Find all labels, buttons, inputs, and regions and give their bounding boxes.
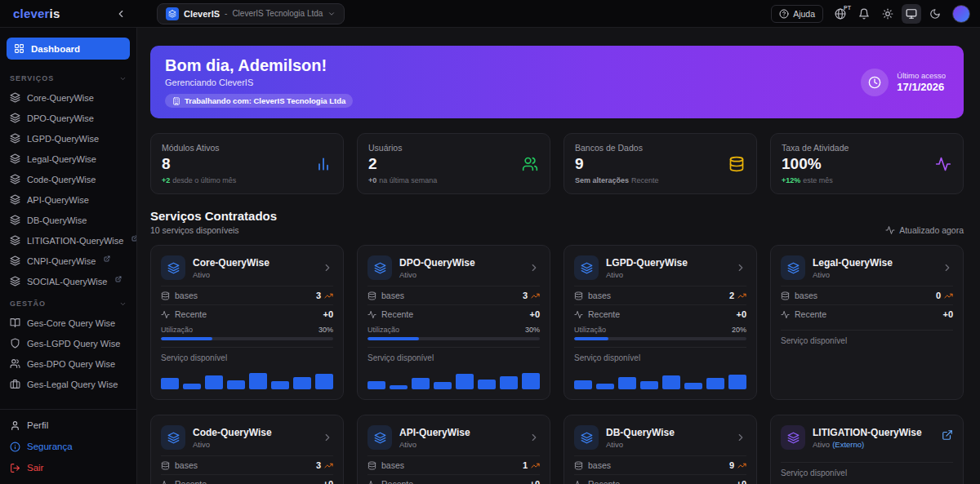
activity-icon (161, 310, 170, 319)
monitor-icon (906, 8, 917, 20)
service-card-api-querywise[interactable]: API-QueryWiseAtivobases1Recente+0Utiliza… (357, 415, 550, 484)
metric-row-recente: Recente+0 (368, 304, 540, 323)
service-name: LGPD-QueryWise (606, 257, 728, 269)
chevron-right-icon[interactable] (528, 432, 540, 443)
sidebar-item-api-querywise[interactable]: API-QueryWise (0, 189, 136, 210)
service-card-dpo-querywise[interactable]: DPO-QueryWiseAtivobases3Recente+0Utiliza… (357, 245, 550, 400)
light-theme-button[interactable] (878, 4, 898, 24)
sidebar-services-list: Core-QueryWiseDPO-QueryWiseLGPD-QueryWis… (0, 87, 136, 291)
help-button[interactable]: Ajuda (771, 5, 823, 23)
service-status: Ativo (193, 270, 314, 279)
sidebar-item-label: Code-QueryWise (27, 175, 96, 184)
sidebar-item-cnpi-querywise[interactable]: CNPI-QueryWise (0, 251, 136, 271)
sidebar-item-dpo-querywise[interactable]: DPO-QueryWise (0, 108, 136, 128)
external-link-icon[interactable] (942, 429, 953, 441)
service-layers-icon (781, 255, 805, 280)
sidebar-item-ges-legal-query-wise[interactable]: Ges-Legal Query Wise (0, 374, 136, 394)
metric-value: +0 (529, 479, 540, 484)
metric-row-recente: Recente+0 (161, 304, 333, 323)
sidebar-item-code-querywise[interactable]: Code-QueryWise (0, 169, 136, 189)
chevron-right-icon[interactable] (322, 262, 333, 273)
mini-chart-bar (596, 384, 614, 389)
utilization-bar (161, 337, 333, 340)
stat-label: Bancos de Dados (575, 143, 746, 153)
chevron-right-icon[interactable] (735, 262, 746, 273)
activity-icon (885, 225, 895, 235)
language-button[interactable]: PT (831, 4, 850, 24)
workspace-selector[interactable]: CleverIS - CleverIS Tecnologia Ltda (157, 3, 345, 24)
dark-theme-button[interactable] (925, 4, 945, 24)
sidebar-collapse-button[interactable] (111, 4, 131, 24)
sidebar-item-litigation-querywise[interactable]: LITIGATION-QueryWise (0, 230, 136, 251)
chevron-right-icon[interactable] (528, 262, 540, 273)
layers-icon (10, 276, 20, 286)
service-status: Ativo (193, 440, 314, 449)
chevron-right-icon[interactable] (322, 432, 333, 443)
sidebar-item-label: API-QueryWise (27, 195, 89, 205)
stat-card-bancos-de-dados: Bancos de Dados9Sem alteraçõesRecente (564, 133, 757, 194)
sidebar-nav: Dashboard SERVIÇOS Core-QueryWiseDPO-Que… (0, 38, 136, 409)
service-card-header: LITIGATION-QueryWiseAtivo(Externo) (781, 425, 953, 450)
external-link-icon (104, 255, 110, 262)
sidebar-item-core-querywise[interactable]: Core-QueryWise (0, 87, 136, 108)
sidebar-item-lgpd-querywise[interactable]: LGPD-QueryWise (0, 128, 136, 149)
sidebar-section-servicos[interactable]: SERVIÇOS (0, 66, 136, 87)
service-card-core-querywise[interactable]: Core-QueryWiseAtivobases3Recente+0Utiliz… (150, 245, 344, 400)
app-shell: Dashboard SERVIÇOS Core-QueryWiseDPO-Que… (0, 28, 980, 484)
service-card-code-querywise[interactable]: Code-QueryWiseAtivobases3Recente+0Utiliz… (150, 415, 344, 484)
metric-value: +0 (323, 309, 333, 319)
service-card-lgpd-querywise[interactable]: LGPD-QueryWiseAtivobases2Recente+0Utiliz… (564, 245, 757, 400)
metric-label: bases (175, 460, 198, 470)
service-name: DPO-QueryWise (399, 257, 521, 269)
database-icon (161, 461, 170, 470)
service-card-header: Core-QueryWiseAtivo (161, 255, 333, 280)
stat-label: Taxa de Atividade (782, 143, 952, 153)
sidebar-item-seguran-a[interactable]: Segurança (0, 436, 136, 457)
sidebar-item-legal-querywise[interactable]: Legal-QueryWise (0, 149, 136, 169)
service-card-db-querywise[interactable]: DB-QueryWiseAtivobases9Recente+0Utilizaç… (564, 415, 757, 484)
mini-chart-bar (293, 377, 311, 389)
metric-label: Recente (175, 309, 207, 319)
sidebar-item-social-querywise[interactable]: SOCIAL-QueryWise (0, 271, 136, 291)
section-title: SERVIÇOS (10, 74, 54, 82)
external-link-icon (131, 235, 136, 242)
metric-label: bases (381, 291, 404, 300)
service-card-litigation-querywise[interactable]: LITIGATION-QueryWiseAtivo(Externo)Serviç… (770, 415, 964, 484)
stat-value: 2 (368, 155, 539, 173)
sidebar-item-dashboard[interactable]: Dashboard (7, 38, 130, 60)
chevron-right-icon[interactable] (735, 432, 746, 443)
chevron-right-icon[interactable] (942, 262, 953, 273)
trending-up-icon (324, 291, 333, 300)
stat-delta: +2desde o último mês (162, 176, 332, 184)
utilization-label: Utilização (368, 326, 399, 334)
layers-icon (10, 113, 20, 123)
user-avatar[interactable] (952, 5, 970, 23)
mini-chart-bar (574, 380, 592, 389)
users-icon (10, 358, 20, 369)
sidebar-item-ges-lgpd-query-wise[interactable]: Ges-LGPD Query Wise (0, 333, 136, 353)
service-layers-icon (368, 255, 392, 280)
layers-icon (10, 215, 20, 225)
service-card-header: Code-QueryWiseAtivo (161, 425, 333, 450)
user-icon (10, 420, 20, 431)
metric-label: Recente (381, 309, 413, 319)
sidebar-management-list: Ges-Core Query WiseGes-LGPD Query WiseGe… (0, 313, 136, 394)
sidebar-item-perfil[interactable]: Perfil (0, 415, 136, 436)
service-status: Ativo (606, 440, 728, 449)
sidebar-item-ges-dpo-query-wise[interactable]: Ges-DPO Query Wise (0, 353, 136, 374)
sidebar-item-sair[interactable]: Sair (0, 457, 136, 478)
sidebar-item-ges-core-query-wise[interactable]: Ges-Core Query Wise (0, 313, 136, 333)
stat-card-m-dulos-ativos: Módulos Ativos8+2desde o último mês (150, 133, 344, 194)
notifications-button[interactable] (854, 4, 874, 24)
sidebar-item-label: Ges-DPO Query Wise (27, 359, 115, 369)
metric-label: bases (795, 291, 817, 300)
sidebar-item-label: SOCIAL-QueryWise (27, 277, 107, 286)
sidebar-item-label: Ges-Legal Query Wise (27, 380, 118, 389)
sidebar-section-gestao[interactable]: GESTÃO (0, 291, 136, 313)
service-card-legal-querywise[interactable]: Legal-QueryWiseAtivobases0Recente+0Servi… (770, 245, 964, 400)
services-grid: Core-QueryWiseAtivobases3Recente+0Utiliz… (150, 245, 964, 484)
sidebar-item-db-querywise[interactable]: DB-QueryWise (0, 210, 136, 230)
metric-value: +0 (529, 309, 540, 319)
mini-chart-bar (368, 381, 385, 389)
system-theme-button[interactable] (902, 4, 921, 24)
